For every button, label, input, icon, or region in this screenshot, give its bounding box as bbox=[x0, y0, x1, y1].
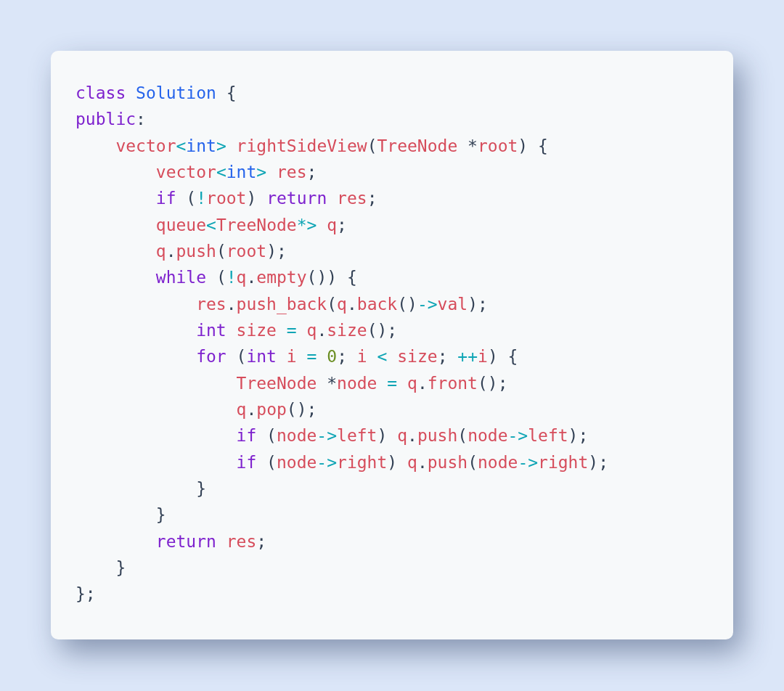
code-token bbox=[277, 321, 287, 340]
code-token: q bbox=[156, 242, 166, 261]
code-token: vector bbox=[115, 136, 176, 155]
code-token: * bbox=[317, 374, 337, 393]
code-token bbox=[277, 347, 287, 366]
code-token: ); bbox=[266, 242, 287, 261]
code-token: . bbox=[246, 268, 256, 287]
code-token: ) { bbox=[518, 136, 548, 155]
code-token: ()) { bbox=[307, 268, 357, 287]
code-token: root bbox=[206, 189, 246, 208]
code-token: node bbox=[467, 426, 507, 445]
code-token: -> bbox=[417, 295, 438, 314]
code-token: if bbox=[237, 453, 257, 472]
code-token: ; bbox=[367, 189, 377, 208]
code-token: ( bbox=[467, 453, 478, 472]
code-token: ( bbox=[206, 268, 226, 287]
code-token bbox=[75, 347, 196, 366]
code-token bbox=[75, 268, 156, 287]
code-token: q bbox=[237, 400, 247, 419]
code-token: q bbox=[337, 295, 347, 314]
code-token: i bbox=[357, 347, 367, 366]
code-token: queue bbox=[156, 216, 206, 234]
code-token bbox=[126, 83, 136, 102]
code-token: ); bbox=[467, 295, 488, 314]
code-token: node bbox=[277, 453, 317, 472]
code-token: i bbox=[287, 347, 297, 366]
code-token bbox=[216, 532, 226, 551]
code-token: < bbox=[377, 347, 388, 366]
code-token: *> bbox=[297, 216, 317, 234]
code-token: return bbox=[266, 189, 327, 208]
code-token bbox=[75, 453, 237, 472]
code-token: val bbox=[438, 295, 468, 314]
code-token bbox=[75, 242, 156, 261]
code-token: ( bbox=[457, 426, 467, 445]
code-token: (); bbox=[287, 400, 317, 419]
code-token bbox=[75, 295, 196, 314]
code-token: -> bbox=[317, 453, 337, 472]
code-token: node bbox=[478, 453, 518, 472]
code-token: ) { bbox=[488, 347, 518, 366]
code-token: } bbox=[75, 558, 126, 577]
code-token: left bbox=[337, 426, 377, 445]
code-token: ! bbox=[196, 189, 206, 208]
code-token: ; bbox=[307, 163, 317, 181]
code-token: res bbox=[196, 295, 226, 314]
code-token bbox=[367, 347, 377, 366]
code-token: ! bbox=[226, 268, 237, 287]
code-token: res bbox=[337, 189, 367, 208]
code-token: empty bbox=[256, 268, 306, 287]
code-token: () bbox=[397, 295, 417, 314]
code-token bbox=[75, 532, 156, 551]
code-token: . bbox=[317, 321, 327, 340]
code-token bbox=[226, 321, 237, 340]
code-token: vector bbox=[156, 163, 216, 181]
code-token bbox=[317, 347, 327, 366]
code-token: left bbox=[528, 426, 568, 445]
code-token: TreeNode bbox=[216, 216, 297, 234]
code-token: -> bbox=[518, 453, 538, 472]
code-token: ( bbox=[256, 426, 277, 445]
code-token: . bbox=[417, 453, 428, 472]
code-token: root bbox=[226, 242, 266, 261]
code-token: size bbox=[327, 321, 367, 340]
code-token: { bbox=[216, 83, 237, 102]
code-token: public bbox=[75, 110, 136, 128]
code-token: . bbox=[246, 400, 256, 419]
code-token: ) bbox=[377, 426, 397, 445]
code-token: ) bbox=[387, 453, 407, 472]
code-token: . bbox=[417, 374, 428, 393]
code-token: if bbox=[156, 189, 176, 208]
code-token bbox=[75, 426, 237, 445]
code-token: while bbox=[156, 268, 206, 287]
code-token bbox=[75, 136, 115, 155]
code-token: int bbox=[246, 347, 277, 366]
code-token: q bbox=[407, 374, 417, 393]
code-token: = bbox=[287, 321, 297, 340]
code-token: push bbox=[176, 242, 216, 261]
code-token: q bbox=[237, 268, 247, 287]
code-token: : bbox=[136, 110, 146, 128]
code-token: -> bbox=[508, 426, 528, 445]
code-token: node bbox=[277, 426, 317, 445]
code-token: res bbox=[277, 163, 307, 181]
code-token: = bbox=[387, 374, 397, 393]
code-token: int bbox=[226, 163, 257, 181]
code-token bbox=[75, 189, 156, 208]
code-token: 0 bbox=[327, 347, 337, 366]
code-token: root bbox=[478, 136, 518, 155]
code-token: push bbox=[428, 453, 467, 472]
code-token: right bbox=[337, 453, 387, 472]
code-token: < bbox=[216, 163, 226, 181]
code-token: right bbox=[538, 453, 588, 472]
code-token: back bbox=[357, 295, 397, 314]
code-token bbox=[297, 321, 307, 340]
code-token: > bbox=[216, 136, 226, 155]
code-token: . bbox=[407, 426, 417, 445]
code-token: ( bbox=[256, 453, 277, 472]
code-token: ( bbox=[226, 347, 247, 366]
code-token bbox=[75, 321, 196, 340]
code-token: ; bbox=[438, 347, 458, 366]
code-token: (); bbox=[367, 321, 398, 340]
code-token: ); bbox=[588, 453, 608, 472]
code-token bbox=[327, 189, 337, 208]
